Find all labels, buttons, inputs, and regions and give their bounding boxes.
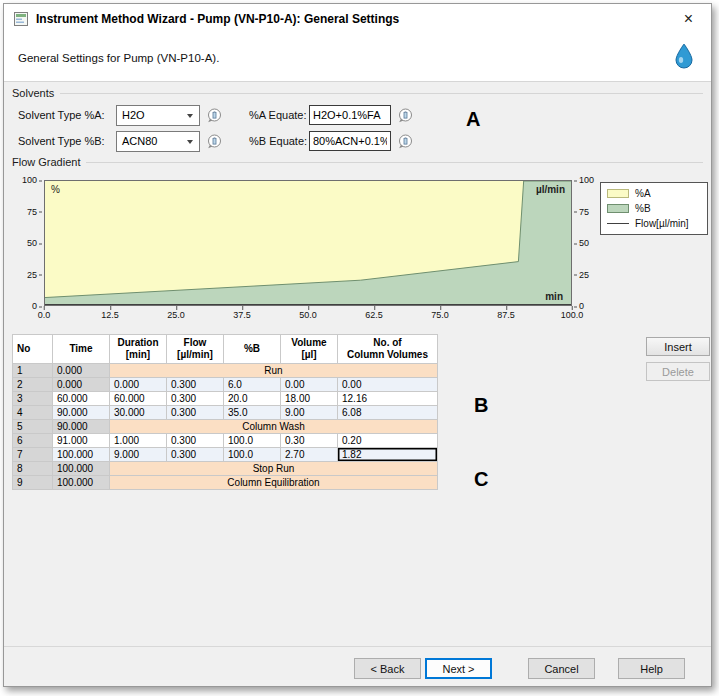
cell-time[interactable]: 100.000	[53, 448, 110, 462]
equate-a-input[interactable]	[309, 105, 391, 125]
annotation-b: B	[474, 394, 488, 417]
phase-label-cell[interactable]: Column Equilibration	[110, 476, 438, 490]
solvent-b-row: Solvent Type %B: ACN80 %B Equate:	[18, 130, 414, 152]
cell-duration[interactable]: 30.000	[110, 406, 167, 420]
cell-time[interactable]: 90.000	[53, 420, 110, 434]
y-tick-label: 100	[579, 176, 594, 185]
x-tick-label: 75.0	[431, 310, 449, 320]
gradient-table: NoTimeDuration[min]Flow[µl/min]%BVolume[…	[12, 334, 438, 490]
x-tick-label: 25.0	[167, 310, 185, 320]
cell-volume[interactable]: 18.00	[281, 392, 338, 406]
solvents-group-label: Solvents	[12, 87, 54, 99]
cell-percent-b[interactable]: 100.0	[224, 434, 281, 448]
table-row: 8100.000Stop Run	[13, 462, 438, 476]
cell-percent-b[interactable]: 35.0	[224, 406, 281, 420]
x-tick-label: 100.0	[561, 310, 584, 320]
solvent-b-label: Solvent Type %B:	[18, 135, 116, 147]
cell-time[interactable]: 100.000	[53, 476, 110, 490]
close-button[interactable]: ×	[666, 4, 711, 34]
cell-duration[interactable]: 9.000	[110, 448, 167, 462]
phase-label-cell[interactable]: Column Wash	[110, 420, 438, 434]
solvent-bottle-icon	[207, 108, 222, 123]
cell-time[interactable]: 90.000	[53, 406, 110, 420]
table-row: 20.0000.0000.3006.00.000.00	[13, 378, 438, 392]
cell-time[interactable]: 0.000	[53, 364, 110, 378]
phase-label-cell[interactable]: Stop Run	[110, 462, 438, 476]
chevron-down-icon	[187, 114, 193, 118]
cell-flow[interactable]: 0.300	[167, 434, 224, 448]
back-button[interactable]: < Back	[354, 658, 421, 679]
solvent-bottle-icon	[398, 108, 413, 123]
instrument-method-wizard-dialog: Instrument Method Wizard - Pump (VN-P10-…	[3, 3, 712, 687]
equate-b-input[interactable]	[309, 131, 391, 151]
help-button[interactable]: Help	[618, 658, 685, 679]
insert-button[interactable]: Insert	[646, 337, 710, 356]
cell-flow[interactable]: 0.300	[167, 378, 224, 392]
column-header-flow: Flow[µl/min]	[167, 335, 224, 364]
cell-flow[interactable]: 0.300	[167, 392, 224, 406]
solvent-bottle-a-button[interactable]	[206, 107, 223, 124]
legend-area-swatch	[607, 189, 629, 198]
annotation-c: C	[474, 468, 488, 491]
row-number-cell: 2	[13, 378, 53, 392]
gradient-table-body: 10.000Run20.0000.0000.3006.00.000.00360.…	[13, 364, 438, 490]
row-number-cell: 5	[13, 420, 53, 434]
solvent-bottle-icon	[207, 134, 222, 149]
y-tick-label: 25	[27, 270, 37, 279]
chart-x-axis: 0.012.525.037.550.062.575.087.5100.0	[44, 310, 572, 322]
row-number-cell: 9	[13, 476, 53, 490]
legend-item: %B	[607, 203, 701, 214]
cell-column-volumes[interactable]: 12.16	[338, 392, 438, 406]
table-row: 7100.0009.0000.300100.02.701.82	[13, 448, 438, 462]
cell-duration[interactable]: 60.000	[110, 392, 167, 406]
cell-flow[interactable]: 0.300	[167, 448, 224, 462]
legend-label: %A	[635, 188, 651, 199]
cancel-button[interactable]: Cancel	[528, 658, 595, 679]
annotation-a: A	[466, 108, 480, 131]
column-header-no: No	[13, 335, 53, 364]
cell-time[interactable]: 100.000	[53, 462, 110, 476]
solvent-bottle-icon	[398, 134, 413, 149]
cell-column-volumes[interactable]: 0.20	[338, 434, 438, 448]
table-row: 360.00060.0000.30020.018.0012.16	[13, 392, 438, 406]
x-tick-label: 37.5	[233, 310, 251, 320]
page-title: General Settings for Pump (VN-P10-A).	[18, 52, 219, 64]
solvent-b-select[interactable]: ACN80	[116, 131, 200, 152]
y-tick-label: 50	[579, 239, 589, 248]
chart-y-axis-left: 1007550250	[16, 180, 42, 306]
cell-volume[interactable]: 0.30	[281, 434, 338, 448]
cell-column-volumes[interactable]: 0.00	[338, 378, 438, 392]
x-tick-label: 50.0	[299, 310, 317, 320]
cell-volume[interactable]: 2.70	[281, 448, 338, 462]
left-axis-unit-label: %	[51, 184, 60, 195]
cell-duration[interactable]: 1.000	[110, 434, 167, 448]
cell-percent-b[interactable]: 100.0	[224, 448, 281, 462]
cell-time[interactable]: 0.000	[53, 378, 110, 392]
cell-time[interactable]: 91.000	[53, 434, 110, 448]
group-rule	[86, 162, 703, 163]
cell-column-volumes[interactable]: 1.82	[338, 448, 438, 462]
cell-flow[interactable]: 0.300	[167, 406, 224, 420]
phase-label-cell[interactable]: Run	[110, 364, 438, 378]
equate-b-picker-button[interactable]	[397, 133, 414, 150]
equate-a-picker-button[interactable]	[397, 107, 414, 124]
cell-percent-b[interactable]: 20.0	[224, 392, 281, 406]
cell-volume[interactable]: 0.00	[281, 378, 338, 392]
table-row: 590.000Column Wash	[13, 420, 438, 434]
y-tick-label: 100	[22, 176, 37, 185]
cell-column-volumes[interactable]: 6.08	[338, 406, 438, 420]
solvent-bottle-b-button[interactable]	[206, 133, 223, 150]
legend-label: %B	[635, 203, 651, 214]
table-row: 490.00030.0000.30035.09.006.08	[13, 406, 438, 420]
cell-percent-b[interactable]: 6.0	[224, 378, 281, 392]
next-button[interactable]: Next >	[425, 658, 492, 679]
delete-button: Delete	[646, 362, 710, 381]
cell-time[interactable]: 60.000	[53, 392, 110, 406]
column-header-time: Time	[53, 335, 110, 364]
legend-label: Flow[µl/min]	[635, 218, 689, 229]
cell-volume[interactable]: 9.00	[281, 406, 338, 420]
cell-duration[interactable]: 0.000	[110, 378, 167, 392]
column-header-percent-b: %B	[224, 335, 281, 364]
flow-gradient-group-label: Flow Gradient	[12, 156, 80, 168]
solvent-a-select[interactable]: H2O	[116, 105, 200, 126]
